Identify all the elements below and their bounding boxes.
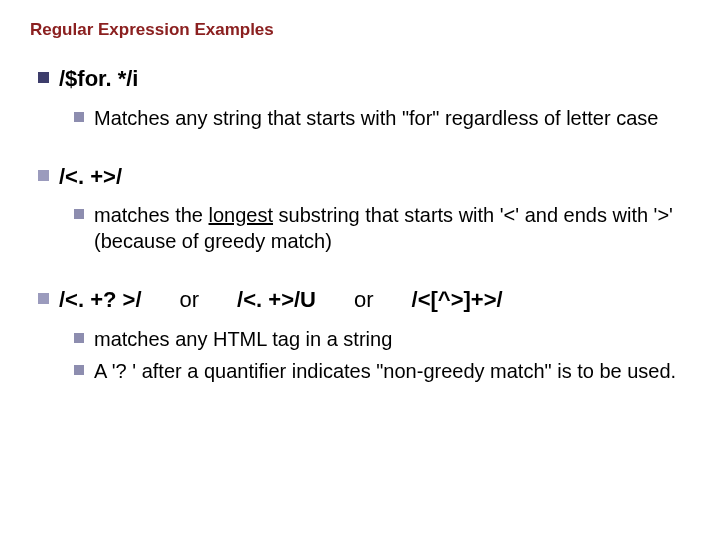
square-bullet-icon [38, 72, 49, 83]
bullet-level2: A '? ' after a quantifier indicates "non… [74, 358, 690, 384]
square-bullet-icon [74, 333, 84, 343]
bullet-level2: Matches any string that starts with "for… [74, 105, 690, 131]
square-bullet-icon [74, 209, 84, 219]
bullet-level2: matches any HTML tag in a string [74, 326, 690, 352]
square-bullet-icon [38, 170, 49, 181]
regex-pattern: /<. +>/ [59, 163, 122, 191]
regex-pattern-group: /<. +? >/or/<. +>/Uor/<[^>]+>/ [59, 286, 503, 314]
description-text: matches the longest substring that start… [94, 202, 690, 254]
page-title: Regular Expression Examples [30, 20, 690, 40]
description-text: Matches any string that starts with "for… [94, 105, 658, 131]
bullet-level1: /<. +>/ [38, 163, 690, 191]
regex-pattern: /$for. */i [59, 65, 138, 93]
description-text: matches any HTML tag in a string [94, 326, 392, 352]
bullet-level1: /$for. */i [38, 65, 690, 93]
bullet-level2: matches the longest substring that start… [74, 202, 690, 254]
square-bullet-icon [38, 293, 49, 304]
description-text: A '? ' after a quantifier indicates "non… [94, 358, 676, 384]
square-bullet-icon [74, 365, 84, 375]
bullet-level1: /<. +? >/or/<. +>/Uor/<[^>]+>/ [38, 286, 690, 314]
square-bullet-icon [74, 112, 84, 122]
